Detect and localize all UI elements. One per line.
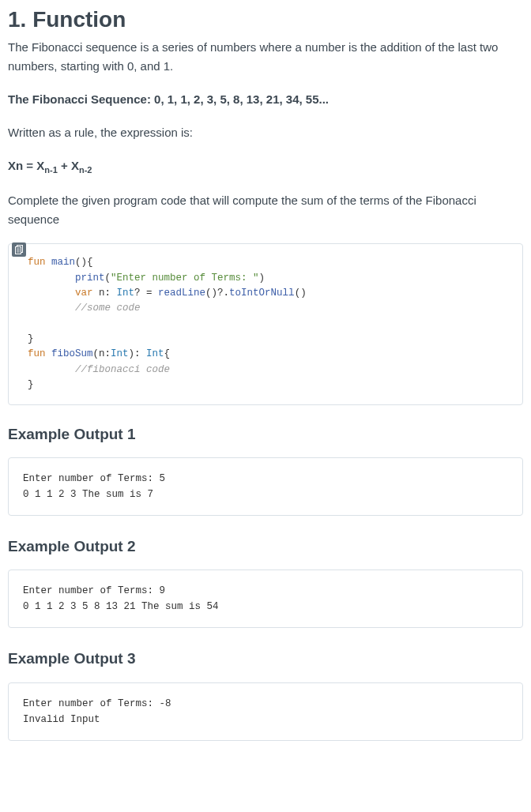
fn: main xyxy=(46,257,76,268)
sub1: n-1 xyxy=(44,165,58,175)
code-content: fun main(){ print("Enter number of Terms… xyxy=(9,244,522,404)
comment: //some code xyxy=(75,303,141,314)
comment: //fibonacci code xyxy=(75,364,170,375)
rhs1: X xyxy=(36,159,44,172)
code-text: ()?. xyxy=(205,288,229,299)
example-3-output: Enter number of Terms: -8 Invalid Input xyxy=(8,682,523,741)
indent xyxy=(28,364,75,375)
code-text: } xyxy=(28,333,34,344)
sequence-line: The Fibonacci Sequence: 0, 1, 1, 2, 3, 5… xyxy=(8,90,523,109)
type: Int xyxy=(117,288,135,299)
fn: readLine xyxy=(158,288,205,299)
code-block: fun main(){ print("Enter number of Terms… xyxy=(8,243,523,404)
code-text: { xyxy=(164,348,171,359)
example-3-title: Example Output 3 xyxy=(8,647,523,671)
example-1-output: Enter number of Terms: 5 0 1 1 2 3 The s… xyxy=(8,457,523,516)
kw: var xyxy=(75,288,93,299)
page-title: 1. Function xyxy=(8,6,523,33)
fn: print xyxy=(75,273,105,284)
indent xyxy=(28,303,75,314)
formula-lhs: Xn xyxy=(8,159,23,172)
code-text: n: xyxy=(93,288,117,299)
code-text: } xyxy=(28,379,34,390)
indent xyxy=(28,273,75,284)
code-text: ) xyxy=(259,273,266,284)
example-2-output: Enter number of Terms: 9 0 1 1 2 3 5 8 1… xyxy=(8,570,523,628)
code-text: ? = xyxy=(134,288,158,299)
code-text: () xyxy=(295,288,307,299)
copy-icon[interactable] xyxy=(12,242,26,257)
code-text: ): xyxy=(129,348,147,359)
eq: = xyxy=(23,159,36,172)
fn: toIntOrNull xyxy=(229,288,295,299)
code-text: (){ xyxy=(75,257,93,268)
indent xyxy=(28,288,75,299)
type: Int xyxy=(111,348,129,359)
intro-text: The Fibonacci sequence is a series of nu… xyxy=(8,38,523,76)
fn: fiboSum xyxy=(46,348,93,359)
sub2: n-2 xyxy=(79,165,92,175)
example-2-title: Example Output 2 xyxy=(8,535,523,558)
string: "Enter number of Terms: " xyxy=(111,273,259,284)
rhs2: X xyxy=(71,159,79,172)
example-1-title: Example Output 1 xyxy=(8,423,523,446)
code-text: ( xyxy=(105,273,111,284)
rule-text: Written as a rule, the expression is: xyxy=(8,123,523,142)
code-text: (n: xyxy=(93,348,111,359)
kw: fun xyxy=(28,257,46,268)
plus: + xyxy=(58,159,71,172)
formula: Xn = Xn-1 + Xn-2 xyxy=(8,156,523,178)
task-text: Complete the given program code that wil… xyxy=(8,191,523,229)
kw: fun xyxy=(28,348,46,359)
type: Int xyxy=(146,348,164,359)
